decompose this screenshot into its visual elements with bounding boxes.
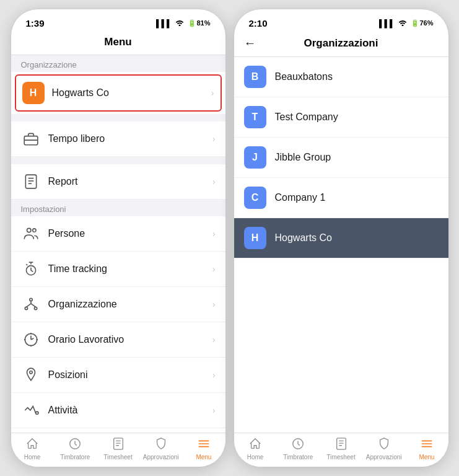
menu-icon-right <box>420 437 434 452</box>
section-header-empty <box>11 114 225 121</box>
chevron-org: › <box>211 88 214 98</box>
status-icons-right: ▌▌▌ 🔋76% <box>379 19 434 28</box>
right-screen-content: B Beauxbatons T Test Company J Jibble Gr… <box>234 57 448 433</box>
tab-approvazioni-left[interactable]: Approvazioni <box>139 437 182 461</box>
report-icon <box>21 172 41 192</box>
report-label: Report <box>48 176 212 187</box>
sheet-icon-right <box>334 437 348 452</box>
org-icon <box>21 294 41 314</box>
battery-icon-right: 🔋76% <box>411 19 433 27</box>
tab-timbratore-left[interactable]: Timbratore <box>54 437 97 461</box>
house-icon-right <box>248 437 262 452</box>
org-avatar-J: J <box>244 146 266 169</box>
chevron-persone: › <box>212 229 216 239</box>
status-bar-left: 1:39 ▌▌▌ 🔋81% <box>11 9 225 32</box>
chevron-timetrack: › <box>212 264 216 274</box>
org-avatar-T: T <box>244 106 266 128</box>
org-avatar-C: C <box>244 187 266 209</box>
org-label-hogwarts: Hogwarts Co <box>52 87 211 99</box>
chevron-tempo: › <box>212 134 216 144</box>
org-row-test-company[interactable]: T Test Company <box>234 97 448 138</box>
menu-item-time-tracking[interactable]: Time tracking › <box>11 252 225 287</box>
org-row-hogwarts[interactable]: H Hogwarts Co <box>234 218 448 258</box>
tab-home-left[interactable]: Home <box>11 437 54 461</box>
org-label-company1: Company 1 <box>275 192 326 203</box>
menu-item-report[interactable]: Report › <box>11 164 225 200</box>
svg-point-21 <box>37 339 37 340</box>
org-row-beauxbatons[interactable]: B Beauxbatons <box>234 57 448 97</box>
briefcase-icon <box>21 129 41 149</box>
battery-icon-left: 🔋81% <box>188 19 210 27</box>
tab-menu-left[interactable]: Menu <box>182 437 225 461</box>
tab-timbratore-label-right: Timbratore <box>283 454 313 461</box>
menu-item-tempo-libero[interactable]: Tempo libero › <box>11 121 225 157</box>
org-label-test-company: Test Company <box>275 112 338 123</box>
svg-point-6 <box>27 228 31 232</box>
screen-title-right: Organizzazioni <box>261 37 421 50</box>
attivita-label: Attività <box>48 405 212 416</box>
activity-icon <box>21 400 41 420</box>
section-header-impostazioni: Impostazioni <box>11 200 225 216</box>
menu-item-posizioni[interactable]: Posizioni › <box>11 358 225 393</box>
tab-timesheet-left[interactable]: Timesheet <box>97 437 139 461</box>
chevron-attivita: › <box>212 405 216 415</box>
tab-timbratore-right[interactable]: Timbratore <box>277 437 320 461</box>
tab-timesheet-label-right: Timesheet <box>326 454 355 461</box>
left-phone: 1:39 ▌▌▌ 🔋81% Menu Organizzazione H Hogw… <box>11 9 226 467</box>
shield-icon-left <box>154 437 168 452</box>
svg-line-13 <box>26 304 31 307</box>
svg-line-25 <box>34 344 35 345</box>
status-bar-right: 2:10 ▌▌▌ 🔋76% <box>234 9 448 32</box>
tab-menu-right[interactable]: Menu <box>405 437 448 461</box>
org-row-company1[interactable]: C Company 1 <box>234 178 448 218</box>
house-icon-left <box>25 437 39 452</box>
org-label-beauxbatons: Beauxbatons <box>275 71 333 82</box>
menu-item-orario[interactable]: Orario Lavorativo › <box>11 322 225 358</box>
svg-line-23 <box>34 335 35 335</box>
section-divider-1 <box>11 157 225 164</box>
persone-label: Persone <box>48 228 212 239</box>
tab-home-label-right: Home <box>247 454 264 461</box>
svg-line-22 <box>27 335 27 335</box>
menu-item-attivita[interactable]: Attività › <box>11 393 225 428</box>
svg-point-7 <box>32 229 35 232</box>
left-screen-content: Organizzazione H Hogwarts Co › Tempo lib… <box>11 55 225 433</box>
menu-item-persone[interactable]: Persone › <box>11 216 225 252</box>
org-item-hogwarts[interactable]: H Hogwarts Co › <box>15 74 222 112</box>
tab-home-label-left: Home <box>24 454 41 461</box>
tab-bar-left: Home Timbratore Timesheet Approvazioni M… <box>11 433 225 467</box>
tab-home-right[interactable]: Home <box>234 437 277 461</box>
svg-point-19 <box>30 345 31 346</box>
status-icons-left: ▌▌▌ 🔋81% <box>156 19 211 28</box>
menu-icon-left <box>197 437 211 452</box>
back-arrow-button[interactable]: ← <box>244 36 256 50</box>
right-phone: 2:10 ▌▌▌ 🔋76% ← Organizzazioni B Beauxba… <box>234 9 449 467</box>
shield-icon-right <box>377 437 391 452</box>
time-tracking-label: Time tracking <box>48 263 212 275</box>
menu-item-organizzazione[interactable]: Organizzazione › <box>11 287 225 322</box>
tab-timbratore-label-left: Timbratore <box>60 454 90 461</box>
svg-point-26 <box>29 371 32 374</box>
wifi-icon-left <box>175 19 185 28</box>
svg-rect-37 <box>336 438 346 449</box>
status-time-right: 2:10 <box>249 18 268 29</box>
screen-title-left: Menu <box>11 32 225 55</box>
org-label-hogwarts2: Hogwarts Co <box>275 232 332 244</box>
tab-approvazioni-right[interactable]: Approvazioni <box>362 437 405 461</box>
svg-point-27 <box>35 412 38 414</box>
svg-point-9 <box>29 298 32 301</box>
tab-timesheet-right[interactable]: Timesheet <box>320 437 362 461</box>
org-row-jibble[interactable]: J Jibble Group <box>234 138 448 178</box>
chevron-orario: › <box>212 335 216 345</box>
tab-approvazioni-label-left: Approvazioni <box>143 454 179 461</box>
org-avatar-B: B <box>244 66 266 88</box>
sheet-icon-left <box>111 437 125 452</box>
location-icon <box>21 365 41 385</box>
org-avatar-H2: H <box>244 227 266 249</box>
org-avatar-H: H <box>22 82 45 104</box>
orario-label: Orario Lavorativo <box>48 334 212 345</box>
schedule-icon <box>21 330 41 350</box>
clock-icon-left <box>68 437 82 452</box>
chevron-posizioni: › <box>212 370 216 380</box>
section-header-org: Organizzazione <box>11 55 225 72</box>
